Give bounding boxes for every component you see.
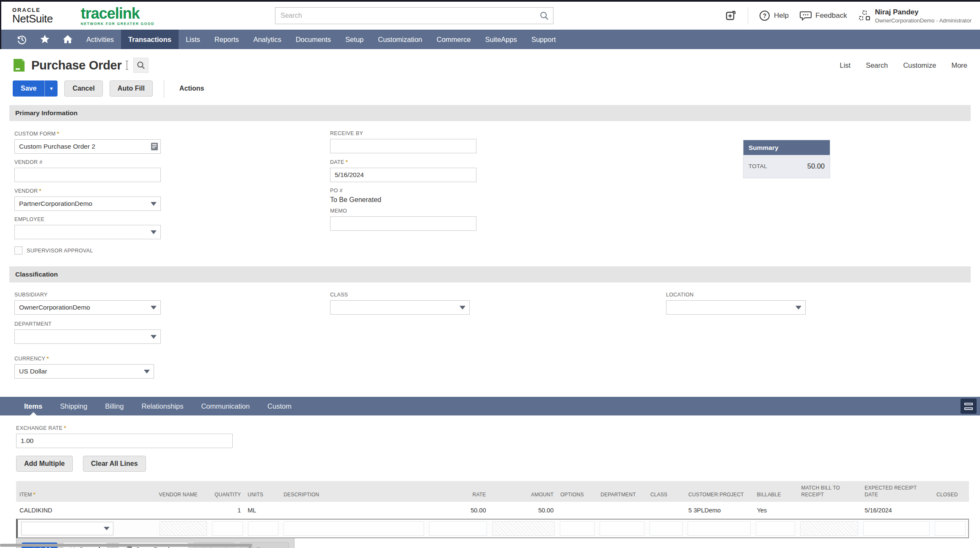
user-menu[interactable]: Niraj Pandey OwnerCorporationDemo - Admi…: [858, 8, 972, 24]
supervisor-approval-checkbox[interactable]: [14, 246, 22, 255]
item-row-1-expected-date: 5/16/2024: [861, 507, 933, 514]
nav-item-support[interactable]: Support: [524, 30, 563, 49]
header-divider: [748, 7, 748, 24]
primary-information-body: CUSTOM FORM* VENDOR # VENDOR* PartnerCor…: [0, 121, 980, 259]
save-button-label[interactable]: Save: [13, 80, 45, 97]
new-item-select[interactable]: [21, 522, 113, 535]
tab-billing[interactable]: Billing: [96, 397, 132, 415]
item-row-1-rate: 50.00: [426, 507, 490, 514]
nav-item-customization[interactable]: Customization: [371, 30, 429, 49]
cancel-button[interactable]: Cancel: [64, 80, 102, 97]
employee-select[interactable]: [14, 225, 161, 239]
tab-items[interactable]: Items: [15, 397, 51, 415]
global-search-input[interactable]: [281, 12, 540, 19]
autofill-button[interactable]: Auto Fill: [110, 80, 153, 97]
nav-item-documents[interactable]: Documents: [289, 30, 338, 49]
edit-cell-closed[interactable]: [935, 521, 966, 536]
feedback-button[interactable]: Feedback: [800, 10, 847, 21]
vendor-label: VENDOR*: [14, 188, 330, 194]
customize-link[interactable]: Customize: [903, 61, 936, 69]
item-row-1-units: ML: [244, 507, 280, 514]
col-quantity: QUANTITY: [208, 491, 244, 498]
subsidiary-select[interactable]: OwnerCorporationDemo: [14, 300, 161, 315]
edit-cell-rate[interactable]: [429, 521, 487, 536]
clear-all-lines-button[interactable]: Clear All Lines: [83, 456, 146, 472]
currency-select[interactable]: US Dollar: [14, 364, 154, 379]
chevron-down-icon: [796, 306, 801, 310]
tab-custom[interactable]: Custom: [259, 397, 300, 415]
col-units: UNITS: [244, 491, 280, 498]
exchange-rate-field[interactable]: [16, 434, 233, 448]
edit-cell-billable[interactable]: [756, 521, 795, 536]
item-edit-row[interactable]: [16, 519, 969, 538]
item-row-1-item: CALDIKIND: [16, 507, 156, 514]
custom-form-field[interactable]: [14, 139, 161, 154]
edit-cell-quantity[interactable]: [212, 521, 243, 536]
search-icon[interactable]: [540, 11, 549, 20]
nav-item-lists[interactable]: Lists: [179, 30, 207, 49]
nav-item-reports[interactable]: Reports: [207, 30, 246, 49]
edit-cell-class[interactable]: [650, 521, 683, 536]
form-list-icon[interactable]: [151, 142, 158, 151]
home-icon[interactable]: [56, 30, 79, 49]
nav-item-setup[interactable]: Setup: [338, 30, 371, 49]
edit-cell-department[interactable]: [600, 521, 644, 536]
nav-item-commerce[interactable]: Commerce: [429, 30, 478, 49]
item-row-1[interactable]: CALDIKIND 1 ML 50.00 50.00 5 3PLDemo Yes…: [16, 502, 969, 519]
create-new-icon[interactable]: [725, 10, 737, 22]
date-field[interactable]: [330, 168, 476, 182]
actions-button[interactable]: Actions: [175, 81, 209, 96]
memo-field[interactable]: [330, 216, 476, 231]
tab-communication[interactable]: Communication: [192, 397, 259, 415]
exchange-rate-label: EXCHANGE RATE*: [16, 425, 980, 431]
shortcuts-star-icon[interactable]: [33, 30, 56, 49]
col-class: CLASS: [647, 491, 685, 498]
subtab-view-toggle-icon[interactable]: [961, 399, 977, 414]
location-select[interactable]: [666, 300, 806, 315]
receive-by-field[interactable]: [330, 139, 476, 153]
col-item: ITEM*: [16, 491, 156, 498]
summary-panel: Summary TOTAL 50.00: [743, 140, 830, 178]
help-button[interactable]: ? Help: [759, 10, 789, 21]
app-header: ORACLE NetSuite tracelink NETWORK FOR GR…: [0, 2, 980, 30]
search-link[interactable]: Search: [866, 61, 888, 69]
employee-label: EMPLOYEE: [14, 216, 330, 222]
edit-cell-description[interactable]: [284, 521, 424, 536]
po-number-value: To Be Generated: [330, 196, 652, 204]
nav-item-activities[interactable]: Activities: [79, 30, 121, 49]
chevron-down-icon: [144, 370, 150, 374]
save-dropdown-arrow-icon[interactable]: ▼: [45, 80, 58, 97]
tab-shipping[interactable]: Shipping: [51, 397, 96, 415]
nav-item-transactions[interactable]: Transactions: [121, 30, 179, 49]
recent-records-icon[interactable]: [11, 30, 33, 49]
list-link[interactable]: List: [840, 61, 851, 69]
vendor-number-field[interactable]: [14, 168, 161, 182]
more-link[interactable]: More: [951, 61, 967, 69]
horizontal-scrollbar-thumb[interactable]: [0, 544, 252, 547]
tab-relationships[interactable]: Relationships: [132, 397, 192, 415]
item-row-1-quantity: 1: [208, 507, 244, 514]
nav-item-analytics[interactable]: Analytics: [246, 30, 289, 49]
edit-cell-units[interactable]: [248, 521, 279, 536]
edit-cell-options[interactable]: [560, 521, 595, 536]
chevron-down-icon: [151, 202, 157, 206]
save-button[interactable]: Save ▼: [13, 80, 58, 97]
supervisor-approval-label: SUPERVISOR APPROVAL: [27, 248, 93, 254]
item-row-1-customer-project: 5 3PLDemo: [685, 507, 754, 514]
record-search-button[interactable]: [133, 58, 149, 73]
global-search[interactable]: [275, 7, 553, 24]
vendor-select[interactable]: PartnerCorporationDemo: [14, 197, 161, 211]
text-cursor-icon: [124, 60, 130, 70]
edit-cell-expected-date[interactable]: [863, 521, 930, 536]
add-multiple-button[interactable]: Add Multiple: [16, 456, 73, 472]
class-select[interactable]: [330, 300, 470, 315]
summary-panel-title: Summary: [743, 140, 830, 155]
item-row-1-billable: Yes: [754, 507, 798, 514]
user-role: OwnerCorporationDemo - Administrator: [875, 17, 972, 24]
help-label: Help: [774, 11, 789, 20]
edit-cell-customer-project[interactable]: [688, 521, 751, 536]
chevron-down-icon: [460, 306, 465, 310]
department-select[interactable]: [14, 329, 161, 344]
col-closed: CLOSED: [933, 491, 969, 498]
nav-item-suiteapps[interactable]: SuiteApps: [478, 30, 524, 49]
